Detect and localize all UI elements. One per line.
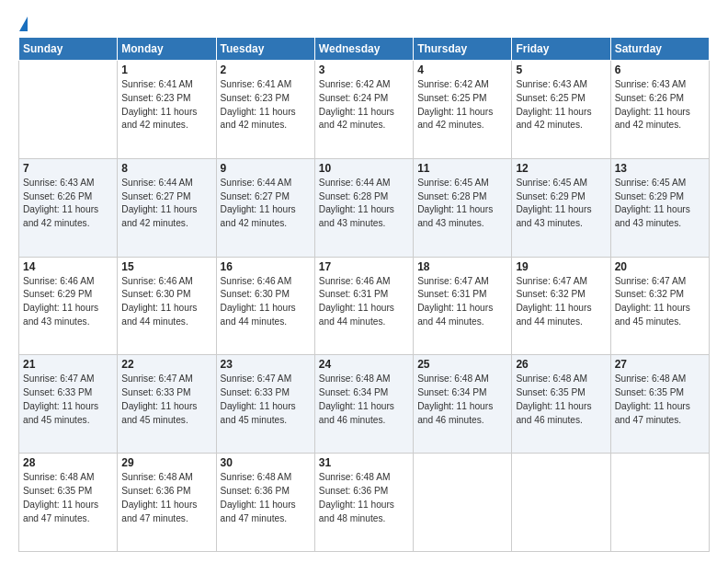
cell-content: Sunrise: 6:45 AMSunset: 6:29 PMDaylight:…	[516, 177, 606, 231]
day-number: 27	[615, 358, 705, 371]
header-cell-sunday: Sunday	[19, 38, 118, 61]
day-number: 26	[516, 358, 606, 371]
calendar-cell	[19, 61, 118, 159]
day-number: 3	[319, 63, 409, 76]
cell-content: Sunrise: 6:43 AMSunset: 6:26 PMDaylight:…	[615, 78, 705, 132]
week-row: 14Sunrise: 6:46 AMSunset: 6:29 PMDayligh…	[19, 257, 710, 355]
day-number: 12	[516, 162, 606, 175]
week-row: 1Sunrise: 6:41 AMSunset: 6:23 PMDaylight…	[19, 61, 710, 159]
calendar-cell: 19Sunrise: 6:47 AMSunset: 6:32 PMDayligh…	[512, 257, 610, 355]
cell-content: Sunrise: 6:48 AMSunset: 6:34 PMDaylight:…	[417, 373, 507, 427]
calendar-cell: 18Sunrise: 6:47 AMSunset: 6:31 PMDayligh…	[414, 257, 512, 355]
calendar-cell: 16Sunrise: 6:46 AMSunset: 6:30 PMDayligh…	[216, 257, 314, 355]
day-number: 19	[516, 260, 606, 273]
calendar-cell: 28Sunrise: 6:48 AMSunset: 6:35 PMDayligh…	[19, 454, 118, 552]
calendar-cell: 31Sunrise: 6:48 AMSunset: 6:36 PMDayligh…	[314, 454, 413, 552]
header-row: SundayMondayTuesdayWednesdayThursdayFrid…	[19, 38, 710, 61]
day-number: 30	[221, 456, 311, 469]
calendar-cell: 4Sunrise: 6:42 AMSunset: 6:25 PMDaylight…	[414, 61, 512, 159]
cell-content: Sunrise: 6:45 AMSunset: 6:29 PMDaylight:…	[615, 177, 705, 231]
day-number: 6	[615, 63, 705, 76]
day-number: 14	[23, 260, 113, 273]
cell-content: Sunrise: 6:44 AMSunset: 6:27 PMDaylight:…	[121, 177, 211, 231]
day-number: 8	[121, 162, 211, 175]
calendar-cell: 21Sunrise: 6:47 AMSunset: 6:33 PMDayligh…	[19, 355, 118, 454]
day-number: 28	[23, 456, 113, 469]
calendar-cell: 25Sunrise: 6:48 AMSunset: 6:34 PMDayligh…	[414, 355, 512, 454]
day-number: 16	[221, 260, 311, 273]
calendar-cell: 8Sunrise: 6:44 AMSunset: 6:27 PMDaylight…	[118, 158, 216, 257]
day-number: 7	[23, 162, 113, 175]
calendar-cell: 7Sunrise: 6:43 AMSunset: 6:26 PMDaylight…	[19, 158, 118, 257]
cell-content: Sunrise: 6:43 AMSunset: 6:25 PMDaylight:…	[516, 78, 606, 132]
cell-content: Sunrise: 6:43 AMSunset: 6:26 PMDaylight:…	[23, 177, 113, 231]
cell-content: Sunrise: 6:46 AMSunset: 6:30 PMDaylight:…	[121, 275, 211, 329]
day-number: 23	[221, 358, 311, 371]
cell-content: Sunrise: 6:48 AMSunset: 6:35 PMDaylight:…	[23, 471, 113, 525]
page: SundayMondayTuesdayWednesdayThursdayFrid…	[0, 0, 728, 563]
calendar-cell: 22Sunrise: 6:47 AMSunset: 6:33 PMDayligh…	[118, 355, 216, 454]
cell-content: Sunrise: 6:42 AMSunset: 6:25 PMDaylight:…	[417, 78, 507, 132]
cell-content: Sunrise: 6:41 AMSunset: 6:23 PMDaylight:…	[221, 78, 311, 132]
calendar-cell: 13Sunrise: 6:45 AMSunset: 6:29 PMDayligh…	[610, 158, 709, 257]
calendar-cell: 12Sunrise: 6:45 AMSunset: 6:29 PMDayligh…	[512, 158, 610, 257]
cell-content: Sunrise: 6:47 AMSunset: 6:31 PMDaylight:…	[417, 275, 507, 329]
calendar-cell: 5Sunrise: 6:43 AMSunset: 6:25 PMDaylight…	[512, 61, 610, 159]
calendar-cell: 27Sunrise: 6:48 AMSunset: 6:35 PMDayligh…	[610, 355, 709, 454]
week-row: 7Sunrise: 6:43 AMSunset: 6:26 PMDaylight…	[19, 158, 710, 257]
cell-content: Sunrise: 6:41 AMSunset: 6:23 PMDaylight:…	[121, 78, 211, 132]
week-row: 28Sunrise: 6:48 AMSunset: 6:35 PMDayligh…	[19, 454, 710, 552]
day-number: 4	[417, 63, 507, 76]
cell-content: Sunrise: 6:46 AMSunset: 6:31 PMDaylight:…	[319, 275, 409, 329]
cell-content: Sunrise: 6:48 AMSunset: 6:35 PMDaylight:…	[516, 373, 606, 427]
calendar-cell: 3Sunrise: 6:42 AMSunset: 6:24 PMDaylight…	[314, 61, 413, 159]
cell-content: Sunrise: 6:44 AMSunset: 6:27 PMDaylight:…	[221, 177, 311, 231]
cell-content: Sunrise: 6:48 AMSunset: 6:36 PMDaylight:…	[121, 471, 211, 525]
calendar-cell: 2Sunrise: 6:41 AMSunset: 6:23 PMDaylight…	[216, 61, 314, 159]
day-number: 25	[417, 358, 507, 371]
day-number: 9	[221, 162, 311, 175]
day-number: 21	[23, 358, 113, 371]
cell-content: Sunrise: 6:47 AMSunset: 6:33 PMDaylight:…	[121, 373, 211, 427]
calendar-header: SundayMondayTuesdayWednesdayThursdayFrid…	[19, 38, 710, 61]
calendar-cell: 11Sunrise: 6:45 AMSunset: 6:28 PMDayligh…	[414, 158, 512, 257]
calendar-cell: 9Sunrise: 6:44 AMSunset: 6:27 PMDaylight…	[216, 158, 314, 257]
calendar-cell: 23Sunrise: 6:47 AMSunset: 6:33 PMDayligh…	[216, 355, 314, 454]
header-cell-tuesday: Tuesday	[216, 38, 314, 61]
calendar-cell: 26Sunrise: 6:48 AMSunset: 6:35 PMDayligh…	[512, 355, 610, 454]
day-number: 15	[121, 260, 211, 273]
header-cell-friday: Friday	[512, 38, 610, 61]
cell-content: Sunrise: 6:47 AMSunset: 6:33 PMDaylight:…	[23, 373, 113, 427]
calendar-body: 1Sunrise: 6:41 AMSunset: 6:23 PMDaylight…	[19, 61, 710, 552]
calendar-cell	[512, 454, 610, 552]
calendar-cell: 29Sunrise: 6:48 AMSunset: 6:36 PMDayligh…	[118, 454, 216, 552]
calendar-cell: 30Sunrise: 6:48 AMSunset: 6:36 PMDayligh…	[216, 454, 314, 552]
day-number: 13	[615, 162, 705, 175]
day-number: 24	[319, 358, 409, 371]
day-number: 29	[121, 456, 211, 469]
cell-content: Sunrise: 6:42 AMSunset: 6:24 PMDaylight:…	[319, 78, 409, 132]
header-cell-saturday: Saturday	[610, 38, 709, 61]
cell-content: Sunrise: 6:48 AMSunset: 6:35 PMDaylight:…	[615, 373, 705, 427]
calendar-cell: 1Sunrise: 6:41 AMSunset: 6:23 PMDaylight…	[118, 61, 216, 159]
cell-content: Sunrise: 6:48 AMSunset: 6:36 PMDaylight:…	[319, 471, 409, 525]
cell-content: Sunrise: 6:48 AMSunset: 6:36 PMDaylight:…	[221, 471, 311, 525]
calendar-cell: 15Sunrise: 6:46 AMSunset: 6:30 PMDayligh…	[118, 257, 216, 355]
header-cell-wednesday: Wednesday	[314, 38, 413, 61]
day-number: 18	[417, 260, 507, 273]
calendar-cell: 6Sunrise: 6:43 AMSunset: 6:26 PMDaylight…	[610, 61, 709, 159]
calendar-table: SundayMondayTuesdayWednesdayThursdayFrid…	[18, 37, 710, 552]
calendar-cell: 17Sunrise: 6:46 AMSunset: 6:31 PMDayligh…	[314, 257, 413, 355]
calendar-cell: 10Sunrise: 6:44 AMSunset: 6:28 PMDayligh…	[314, 158, 413, 257]
day-number: 11	[417, 162, 507, 175]
cell-content: Sunrise: 6:45 AMSunset: 6:28 PMDaylight:…	[417, 177, 507, 231]
cell-content: Sunrise: 6:44 AMSunset: 6:28 PMDaylight:…	[319, 177, 409, 231]
cell-content: Sunrise: 6:48 AMSunset: 6:34 PMDaylight:…	[319, 373, 409, 427]
calendar-cell: 24Sunrise: 6:48 AMSunset: 6:34 PMDayligh…	[314, 355, 413, 454]
logo-icon	[19, 17, 28, 31]
cell-content: Sunrise: 6:47 AMSunset: 6:32 PMDaylight:…	[516, 275, 606, 329]
day-number: 2	[221, 63, 311, 76]
day-number: 20	[615, 260, 705, 273]
day-number: 10	[319, 162, 409, 175]
header	[18, 17, 710, 28]
